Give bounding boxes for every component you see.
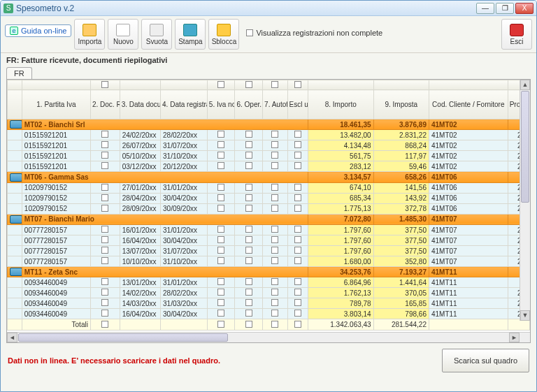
minimize-button[interactable]: — [476, 3, 494, 14]
checkbox-icon[interactable] [245, 194, 252, 201]
cell-code[interactable]: 41MT11 [429, 288, 508, 298]
cell-imposta[interactable]: 352,80 [373, 256, 429, 267]
table-row[interactable]: 1020979015228/09/20xx30/09/20xx1.775,133… [8, 203, 530, 214]
cell-piva[interactable]: 00777280157 [22, 225, 90, 235]
table-row[interactable]: 0077728015710/10/20xx31/10/20xx1.680,003… [8, 256, 530, 267]
checkbox-icon[interactable] [245, 310, 252, 317]
checkbox-icon[interactable] [245, 226, 252, 233]
cell-data-doc[interactable]: 03/12/20xx [120, 161, 160, 172]
cell-data-doc[interactable]: 16/04/20xx [120, 235, 160, 246]
scroll-right-icon[interactable]: ► [509, 333, 520, 342]
checkbox-icon[interactable] [217, 236, 224, 243]
group-row[interactable]: MT07 - Bianchi Mario7.072,801.485,3041MT… [8, 214, 530, 224]
checkbox-icon[interactable] [217, 162, 224, 169]
checkbox-icon[interactable] [217, 247, 224, 254]
table-row[interactable]: 0093446004914/03/20xx31/03/20xx789,78165… [8, 298, 530, 309]
group-expand-icon[interactable] [10, 120, 22, 129]
cell-piva[interactable]: 00777280157 [22, 256, 90, 267]
table-row[interactable]: 0093446004913/01/20xx31/01/20xx6.864,961… [8, 277, 530, 288]
nuovo-button[interactable]: Nuovo [108, 19, 138, 50]
cell-imposta[interactable]: 59,46 [373, 161, 429, 172]
col-expand[interactable] [8, 90, 22, 119]
vertical-scrollbar[interactable]: ▲ ▼ [520, 80, 530, 321]
cell-data-doc[interactable]: 14/03/20xx [120, 298, 160, 309]
checkbox-icon[interactable] [245, 289, 252, 296]
cell-imposta[interactable]: 377,50 [373, 225, 429, 235]
table-row[interactable]: 0151592120103/12/20xx20/12/20xx283,1259,… [8, 161, 530, 172]
cell-importo[interactable]: 283,12 [308, 161, 373, 172]
col-iva-non-esposta[interactable]: 5. Iva non espost a in fatt. [207, 90, 235, 119]
table-row[interactable]: 1020979015227/01/20xx31/01/20xx674,10141… [8, 182, 530, 193]
cell-data-reg[interactable]: 31/01/20xx [161, 182, 208, 193]
checkbox-icon[interactable] [271, 299, 278, 306]
cell-imposta[interactable]: 868,24 [373, 140, 429, 151]
group-expand-icon[interactable] [10, 268, 22, 276]
cell-data-doc[interactable]: 13/01/20xx [120, 277, 160, 288]
cell-piva[interactable]: 00934460049 [22, 298, 90, 309]
checkbox-icon[interactable] [245, 81, 252, 88]
cell-data-reg[interactable]: 28/02/20xx [161, 288, 208, 298]
cell-code[interactable]: 41MT02 [429, 151, 508, 161]
checkbox-icon[interactable] [217, 257, 224, 264]
col-doc-riepilogativo[interactable]: 2. Doc. Riepilo gativo [90, 90, 120, 119]
cell-data-doc[interactable]: 28/09/20xx [120, 203, 160, 214]
sblocca-button[interactable]: Sblocca [208, 19, 239, 50]
checkbox-icon[interactable] [271, 247, 278, 254]
col-cod-cliente[interactable]: Cod. Cliente / Fornitore [429, 90, 508, 119]
cell-imposta[interactable]: 165,85 [373, 298, 429, 309]
checkbox-icon[interactable] [294, 226, 301, 233]
checkbox-icon[interactable] [245, 184, 252, 191]
grid-table[interactable]: 1. Partita Iva 2. Doc. Riepilo gativo 3.… [7, 80, 530, 331]
cell-imposta[interactable]: 117,97 [373, 151, 429, 161]
cell-data-reg[interactable]: 31/03/20xx [161, 298, 208, 309]
cell-piva[interactable]: 00934460049 [22, 277, 90, 288]
checkbox-icon[interactable] [271, 162, 278, 169]
cell-importo[interactable]: 6.864,96 [308, 277, 373, 288]
cell-code[interactable]: 41MT11 [429, 277, 508, 288]
checkbox-icon[interactable] [101, 81, 108, 88]
cell-piva[interactable]: 10209790152 [22, 193, 90, 203]
cell-importo[interactable]: 789,78 [308, 298, 373, 309]
checkbox-icon[interactable] [294, 194, 301, 201]
visualizza-checkbox[interactable]: Visualizza registrazioni non complete [246, 29, 382, 37]
cell-imposta[interactable]: 2.831,22 [373, 130, 429, 140]
checkbox-icon[interactable] [101, 299, 108, 306]
table-row[interactable]: 0077728015716/01/20xx31/01/20xx1.797,603… [8, 225, 530, 235]
importa-button[interactable]: Importa [74, 19, 105, 50]
cell-code[interactable]: 41MT07 [429, 256, 508, 267]
checkbox-icon[interactable] [294, 247, 301, 254]
checkbox-icon[interactable] [271, 152, 278, 159]
cell-code[interactable]: 41MT06 [429, 203, 508, 214]
col-reverse-charge[interactable]: 6. Oper. in reverse charge [235, 90, 263, 119]
group-expand-icon[interactable] [10, 215, 22, 224]
cell-piva[interactable]: 01515921201 [22, 161, 90, 172]
svuota-button[interactable]: Svuota [141, 19, 172, 50]
checkbox-icon[interactable] [271, 310, 278, 317]
cell-data-reg[interactable]: 30/04/20xx [161, 235, 208, 246]
checkbox-icon[interactable] [271, 184, 278, 191]
cell-importo[interactable]: 1.680,00 [308, 256, 373, 267]
esci-button[interactable]: Esci [501, 19, 532, 50]
checkbox-icon[interactable] [245, 278, 252, 285]
cell-code[interactable]: 41MT07 [429, 225, 508, 235]
scarica-sul-quadro-button[interactable]: Scarica sul quadro [442, 349, 529, 372]
group-row[interactable]: MT11 - Zeta Snc34.253,767.193,2741MT11 [8, 267, 530, 277]
checkbox-icon[interactable] [294, 131, 301, 138]
checkbox-icon[interactable] [101, 162, 108, 169]
checkbox-icon[interactable] [217, 131, 224, 138]
cell-data-reg[interactable]: 31/10/20xx [161, 256, 208, 267]
cell-code[interactable]: 41MT02 [429, 130, 508, 140]
checkbox-icon[interactable] [217, 226, 224, 233]
checkbox-icon[interactable] [217, 141, 224, 148]
checkbox-icon[interactable] [245, 257, 252, 264]
checkbox-icon[interactable] [101, 205, 108, 212]
guide-online-button[interactable]: e Guida on-line [5, 24, 71, 37]
cell-importo[interactable]: 685,34 [308, 193, 373, 203]
cell-code[interactable]: 41MT11 [429, 298, 508, 309]
stampa-button[interactable]: Stampa [175, 19, 206, 50]
cell-data-doc[interactable]: 16/04/20xx [120, 309, 160, 319]
checkbox-icon[interactable] [217, 152, 224, 159]
checkbox-icon[interactable] [294, 289, 301, 296]
cell-code[interactable]: 41MT07 [429, 235, 508, 246]
cell-importo[interactable]: 4.134,48 [308, 140, 373, 151]
